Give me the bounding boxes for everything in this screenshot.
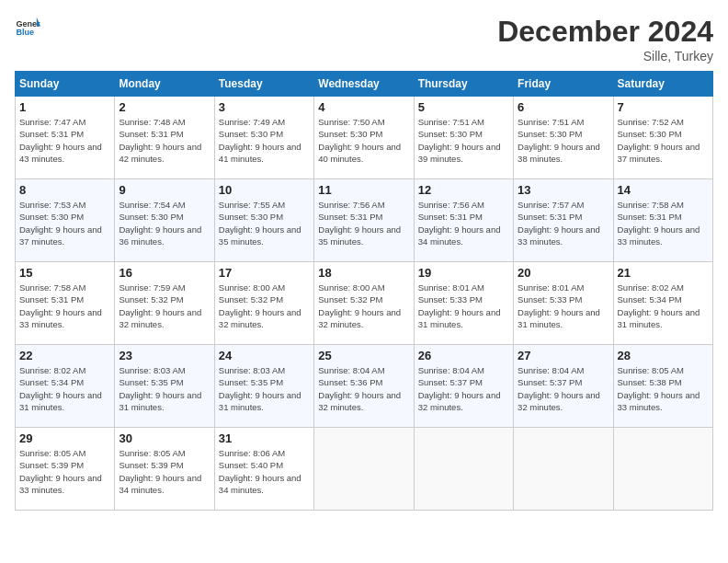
day-info: Sunrise: 8:01 AM Sunset: 5:33 PM Dayligh… [518,282,609,330]
day-info: Sunrise: 8:06 AM Sunset: 5:40 PM Dayligh… [219,447,310,496]
calendar-day-cell: 15 Sunrise: 7:58 AM Sunset: 5:31 PM Dayl… [16,262,115,345]
day-info: Sunrise: 7:55 AM Sunset: 5:30 PM Dayligh… [219,199,310,247]
day-number: 4 [318,100,409,114]
calendar-day-cell: 26 Sunrise: 8:04 AM Sunset: 5:37 PM Dayl… [414,345,513,428]
calendar-week-row: 22 Sunrise: 8:02 AM Sunset: 5:34 PM Dayl… [16,345,713,428]
logo-icon: General Blue [15,15,40,40]
day-info: Sunrise: 7:56 AM Sunset: 5:31 PM Dayligh… [318,199,409,247]
day-number: 26 [418,349,509,362]
day-number: 21 [618,266,709,280]
day-number: 5 [418,100,509,114]
calendar-day-cell: 27 Sunrise: 8:04 AM Sunset: 5:37 PM Dayl… [514,345,613,428]
day-info: Sunrise: 7:56 AM Sunset: 5:31 PM Dayligh… [418,199,509,247]
day-number: 27 [518,349,609,362]
logo: General Blue [15,15,40,40]
day-number: 15 [19,266,110,280]
day-info: Sunrise: 7:48 AM Sunset: 5:31 PM Dayligh… [119,116,210,165]
day-info: Sunrise: 7:59 AM Sunset: 5:32 PM Dayligh… [119,282,210,330]
calendar-day-cell [613,428,712,511]
day-info: Sunrise: 7:52 AM Sunset: 5:30 PM Dayligh… [618,116,709,165]
day-info: Sunrise: 7:51 AM Sunset: 5:30 PM Dayligh… [518,116,609,165]
day-number: 31 [219,431,310,445]
calendar-day-cell [314,428,414,511]
calendar-day-cell: 23 Sunrise: 8:03 AM Sunset: 5:35 PM Dayl… [115,345,214,428]
day-number: 13 [518,183,609,197]
calendar-day-cell: 14 Sunrise: 7:58 AM Sunset: 5:31 PM Dayl… [613,179,712,262]
day-number: 6 [518,100,609,114]
calendar-day-cell: 30 Sunrise: 8:05 AM Sunset: 5:39 PM Dayl… [115,428,214,511]
calendar-day-cell: 20 Sunrise: 8:01 AM Sunset: 5:33 PM Dayl… [514,262,613,345]
calendar-week-row: 29 Sunrise: 8:05 AM Sunset: 5:39 PM Dayl… [16,428,713,511]
day-number: 30 [119,431,210,445]
day-number: 10 [219,183,310,197]
day-number: 2 [119,100,210,114]
calendar-day-cell: 13 Sunrise: 7:57 AM Sunset: 5:31 PM Dayl… [514,179,613,262]
calendar-day-cell: 31 Sunrise: 8:06 AM Sunset: 5:40 PM Dayl… [214,428,313,511]
day-number: 3 [219,100,310,114]
title-area: December 2024 Sille, Turkey [497,15,713,63]
day-number: 11 [318,183,409,197]
day-info: Sunrise: 8:00 AM Sunset: 5:32 PM Dayligh… [219,282,310,330]
day-info: Sunrise: 8:03 AM Sunset: 5:35 PM Dayligh… [219,364,310,413]
calendar-header-cell: Saturday [613,72,712,97]
calendar-day-cell [414,428,513,511]
day-number: 29 [19,431,110,445]
day-info: Sunrise: 8:05 AM Sunset: 5:39 PM Dayligh… [19,447,110,496]
day-number: 9 [119,183,210,197]
day-number: 16 [119,266,210,280]
calendar-header-cell: Tuesday [214,72,313,97]
calendar-header-cell: Wednesday [314,72,414,97]
day-number: 17 [219,266,310,280]
calendar-day-cell: 18 Sunrise: 8:00 AM Sunset: 5:32 PM Dayl… [314,262,414,345]
calendar-week-row: 15 Sunrise: 7:58 AM Sunset: 5:31 PM Dayl… [16,262,713,345]
day-info: Sunrise: 7:47 AM Sunset: 5:31 PM Dayligh… [19,116,110,165]
day-info: Sunrise: 7:53 AM Sunset: 5:30 PM Dayligh… [19,199,110,247]
day-info: Sunrise: 8:02 AM Sunset: 5:34 PM Dayligh… [19,364,110,413]
calendar-day-cell: 1 Sunrise: 7:47 AM Sunset: 5:31 PM Dayli… [16,97,115,179]
calendar-day-cell: 16 Sunrise: 7:59 AM Sunset: 5:32 PM Dayl… [115,262,214,345]
day-number: 1 [19,100,110,114]
day-number: 12 [418,183,509,197]
calendar-day-cell [514,428,613,511]
day-number: 24 [219,349,310,362]
calendar-day-cell: 22 Sunrise: 8:02 AM Sunset: 5:34 PM Dayl… [16,345,115,428]
calendar-day-cell: 28 Sunrise: 8:05 AM Sunset: 5:38 PM Dayl… [613,345,712,428]
month-title: December 2024 [497,15,713,49]
day-number: 18 [318,266,409,280]
day-info: Sunrise: 7:57 AM Sunset: 5:31 PM Dayligh… [518,199,609,247]
calendar-day-cell: 9 Sunrise: 7:54 AM Sunset: 5:30 PM Dayli… [115,179,214,262]
calendar-day-cell: 12 Sunrise: 7:56 AM Sunset: 5:31 PM Dayl… [414,179,513,262]
calendar-day-cell: 7 Sunrise: 7:52 AM Sunset: 5:30 PM Dayli… [613,97,712,179]
day-number: 20 [518,266,609,280]
calendar-day-cell: 8 Sunrise: 7:53 AM Sunset: 5:30 PM Dayli… [16,179,115,262]
day-info: Sunrise: 8:00 AM Sunset: 5:32 PM Dayligh… [318,282,409,330]
calendar-day-cell: 5 Sunrise: 7:51 AM Sunset: 5:30 PM Dayli… [414,97,513,179]
day-info: Sunrise: 8:04 AM Sunset: 5:37 PM Dayligh… [418,364,509,413]
calendar-body: 1 Sunrise: 7:47 AM Sunset: 5:31 PM Dayli… [16,97,713,511]
calendar-day-cell: 2 Sunrise: 7:48 AM Sunset: 5:31 PM Dayli… [115,97,214,179]
day-info: Sunrise: 7:54 AM Sunset: 5:30 PM Dayligh… [119,199,210,247]
calendar-header-row: SundayMondayTuesdayWednesdayThursdayFrid… [16,72,713,97]
calendar-header-cell: Friday [514,72,613,97]
day-info: Sunrise: 7:51 AM Sunset: 5:30 PM Dayligh… [418,116,509,165]
calendar-header-cell: Monday [115,72,214,97]
day-info: Sunrise: 8:05 AM Sunset: 5:39 PM Dayligh… [119,447,210,496]
calendar-day-cell: 19 Sunrise: 8:01 AM Sunset: 5:33 PM Dayl… [414,262,513,345]
day-info: Sunrise: 7:49 AM Sunset: 5:30 PM Dayligh… [219,116,310,165]
day-info: Sunrise: 7:50 AM Sunset: 5:30 PM Dayligh… [318,116,409,165]
location: Sille, Turkey [497,49,713,63]
page-header: General Blue December 2024 Sille, Turkey [15,15,713,63]
day-info: Sunrise: 8:03 AM Sunset: 5:35 PM Dayligh… [119,364,210,413]
day-number: 28 [618,349,709,362]
day-number: 25 [318,349,409,362]
calendar-header-cell: Sunday [16,72,115,97]
calendar-day-cell: 6 Sunrise: 7:51 AM Sunset: 5:30 PM Dayli… [514,97,613,179]
svg-text:Blue: Blue [16,28,34,37]
day-info: Sunrise: 8:01 AM Sunset: 5:33 PM Dayligh… [418,282,509,330]
calendar-day-cell: 3 Sunrise: 7:49 AM Sunset: 5:30 PM Dayli… [214,97,313,179]
day-number: 14 [618,183,709,197]
calendar-day-cell: 11 Sunrise: 7:56 AM Sunset: 5:31 PM Dayl… [314,179,414,262]
calendar-day-cell: 25 Sunrise: 8:04 AM Sunset: 5:36 PM Dayl… [314,345,414,428]
day-number: 7 [618,100,709,114]
calendar-day-cell: 17 Sunrise: 8:00 AM Sunset: 5:32 PM Dayl… [214,262,313,345]
